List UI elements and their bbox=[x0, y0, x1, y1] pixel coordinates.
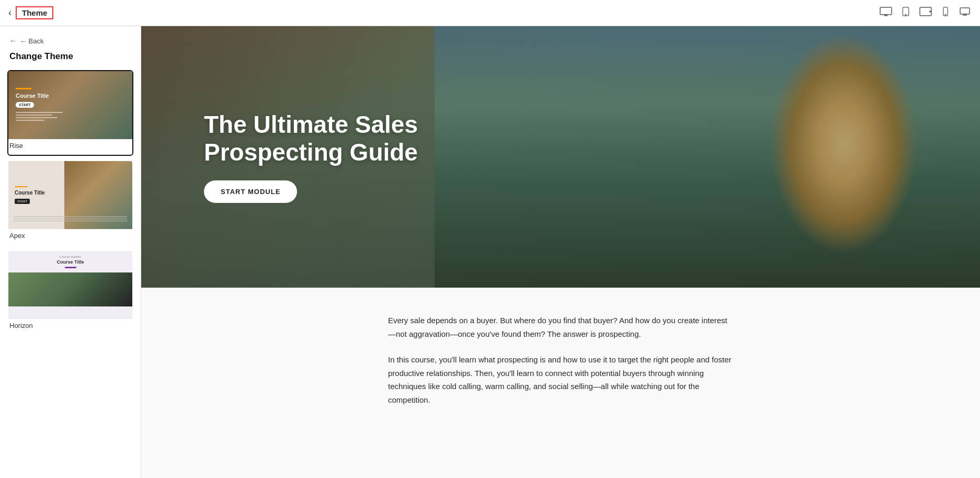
device-icons-group bbox=[880, 7, 972, 19]
topbar-back-arrow[interactable]: ‹ bbox=[8, 7, 12, 18]
tablet-portrait-icon[interactable] bbox=[899, 7, 912, 19]
hero-overlay: The Ultimate Sales Prospecting Guide STA… bbox=[141, 26, 980, 288]
apex-theme-name: Apex bbox=[8, 229, 132, 245]
theme-card-horizon[interactable]: Course Subtitle Course Title Horizon bbox=[7, 250, 133, 336]
desktop-screen bbox=[880, 7, 892, 15]
rise-thumb-lines bbox=[16, 112, 63, 122]
content-body: Every sale depends on a buyer. But where… bbox=[378, 288, 744, 450]
horizon-thumb-title: Course Title bbox=[57, 259, 84, 265]
hero-section: The Ultimate Sales Prospecting Guide STA… bbox=[141, 26, 980, 288]
theme-card-rise[interactable]: Course Title START Rise bbox=[7, 70, 133, 156]
mobile-button bbox=[945, 14, 945, 15]
horizon-theme-name: Horizon bbox=[8, 319, 132, 335]
tablet-landscape-svg bbox=[919, 7, 932, 16]
horizon-thumb-bg: Course Subtitle Course Title bbox=[8, 251, 132, 319]
rise-thumb-bg: Course Title START bbox=[8, 71, 132, 139]
small-screen-icon[interactable] bbox=[959, 7, 972, 19]
rise-thumbnail: Course Title START bbox=[8, 71, 132, 139]
apex-thumbnail: Course Title START bbox=[8, 161, 132, 229]
start-module-button[interactable]: START MODULE bbox=[204, 180, 297, 203]
rise-thumb-overlay: Course Title START bbox=[8, 71, 132, 139]
tablet-landscape-button bbox=[930, 11, 931, 12]
apex-thumb-title: Course Title bbox=[15, 190, 70, 196]
tablet-landscape-icon[interactable] bbox=[919, 7, 932, 19]
content-paragraph-1: Every sale depends on a buyer. But where… bbox=[388, 314, 733, 340]
rise-thumb-title: Course Title bbox=[16, 93, 49, 99]
rise-line-3 bbox=[16, 117, 58, 118]
sidebar-back-button[interactable]: ← ← Back bbox=[0, 35, 141, 51]
mobile-icon[interactable] bbox=[939, 7, 952, 19]
main-layout: ← ← Back Change Theme Course Title START bbox=[0, 26, 980, 478]
small-screen-svg bbox=[959, 7, 972, 16]
rise-thumb-bar bbox=[16, 88, 31, 89]
apex-thumb-bar bbox=[15, 186, 28, 187]
apex-thumb-lines bbox=[14, 217, 127, 223]
back-arrow-icon: ← bbox=[9, 37, 17, 45]
horizon-thumb-img bbox=[8, 272, 132, 306]
topbar: ‹ Theme bbox=[0, 0, 980, 26]
rise-theme-name: Rise bbox=[8, 139, 132, 155]
tablet-portrait-svg bbox=[899, 7, 912, 16]
desktop-svg bbox=[880, 7, 892, 16]
content-area: The Ultimate Sales Prospecting Guide STA… bbox=[141, 26, 980, 478]
rise-thumb-btn: START bbox=[16, 102, 34, 108]
tablet-portrait-button bbox=[905, 14, 906, 15]
hero-title: The Ultimate Sales Prospecting Guide bbox=[204, 111, 455, 166]
horizon-thumb-top: Course Subtitle Course Title bbox=[8, 251, 132, 272]
small-screen-body bbox=[960, 8, 970, 14]
mobile-svg bbox=[939, 7, 952, 16]
topbar-left: ‹ Theme bbox=[8, 6, 53, 19]
sidebar-heading: Change Theme bbox=[0, 51, 141, 70]
rise-line-4 bbox=[16, 120, 44, 121]
apex-line-3 bbox=[14, 221, 127, 221]
sidebar-back-label: ← Back bbox=[20, 37, 44, 45]
horizon-thumb-subtitle: Course Subtitle bbox=[60, 255, 81, 258]
apex-thumb-bg: Course Title START bbox=[8, 161, 132, 229]
desktop-icon[interactable] bbox=[880, 7, 892, 19]
topbar-theme-label: Theme bbox=[16, 6, 53, 19]
apex-thumb-btn: START bbox=[15, 199, 30, 204]
horizon-thumb-bar bbox=[65, 267, 76, 268]
rise-line-1 bbox=[16, 112, 63, 113]
apex-line-2 bbox=[14, 219, 127, 219]
apex-line-1 bbox=[14, 217, 127, 217]
theme-card-apex[interactable]: Course Title START Apex bbox=[7, 160, 133, 246]
horizon-thumbnail: Course Subtitle Course Title bbox=[8, 251, 132, 319]
content-paragraph-2: In this course, you'll learn what prospe… bbox=[388, 353, 733, 406]
sidebar: ← ← Back Change Theme Course Title START bbox=[0, 26, 141, 478]
rise-line-2 bbox=[16, 115, 52, 116]
